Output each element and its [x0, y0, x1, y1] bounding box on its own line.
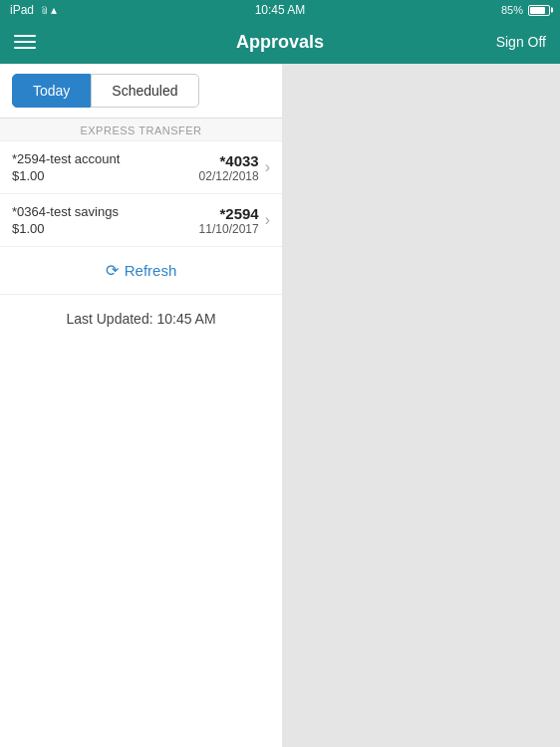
transfer-account-1: *2594-test account — [12, 151, 120, 166]
status-time: 10:45 AM — [255, 3, 306, 17]
transfer-item[interactable]: *2594-test account $1.00 *4033 02/12/201… — [0, 141, 282, 194]
transfer-right-1: *4033 02/12/2018 › — [199, 152, 270, 183]
status-bar: iPad ﹫▴ 10:45 AM 85% — [0, 0, 560, 20]
battery-percent: 85% — [501, 4, 523, 16]
device-label: iPad — [10, 3, 34, 17]
transfer-date-1: 02/12/2018 — [199, 169, 259, 183]
chevron-icon-1: › — [265, 158, 270, 176]
transfer-account-2: *0364-test savings — [12, 204, 119, 219]
chevron-icon-2: › — [265, 211, 270, 229]
right-panel — [282, 64, 560, 747]
transfer-info-2: *2594 11/10/2017 — [199, 205, 259, 236]
tab-today[interactable]: Today — [12, 74, 91, 108]
tab-scheduled[interactable]: Scheduled — [91, 74, 198, 108]
transfer-account-num-1: *4033 — [199, 152, 259, 169]
page-title: Approvals — [236, 32, 324, 53]
transfer-date-2: 11/10/2017 — [199, 222, 259, 236]
sign-off-button[interactable]: Sign Off — [496, 34, 546, 50]
transfer-left-2: *0364-test savings $1.00 — [12, 204, 119, 236]
section-label: EXPRESS TRANSFER — [0, 119, 282, 141]
transfer-amount-1: $1.00 — [12, 168, 120, 183]
transfer-left-1: *2594-test account $1.00 — [12, 151, 120, 183]
header: Approvals Sign Off — [0, 20, 560, 64]
refresh-row[interactable]: ⟳ Refresh — [0, 247, 282, 295]
status-right: 85% — [501, 4, 550, 16]
transfer-info-1: *4033 02/12/2018 — [199, 152, 259, 183]
last-updated: Last Updated: 10:45 AM — [0, 295, 282, 343]
refresh-label: Refresh — [125, 262, 177, 279]
battery-icon — [528, 5, 550, 16]
main-panel: Today Scheduled EXPRESS TRANSFER *2594-t… — [0, 64, 282, 747]
status-left: iPad ﹫▴ — [10, 2, 57, 19]
transfer-amount-2: $1.00 — [12, 221, 119, 236]
transfer-item-2[interactable]: *0364-test savings $1.00 *2594 11/10/201… — [0, 194, 282, 247]
wifi-icon: ﹫▴ — [39, 2, 57, 19]
tab-row: Today Scheduled — [0, 64, 282, 119]
transfer-right-2: *2594 11/10/2017 › — [199, 205, 270, 236]
transfer-account-num-2: *2594 — [199, 205, 259, 222]
refresh-icon: ⟳ — [106, 261, 119, 280]
menu-button[interactable] — [14, 35, 36, 49]
